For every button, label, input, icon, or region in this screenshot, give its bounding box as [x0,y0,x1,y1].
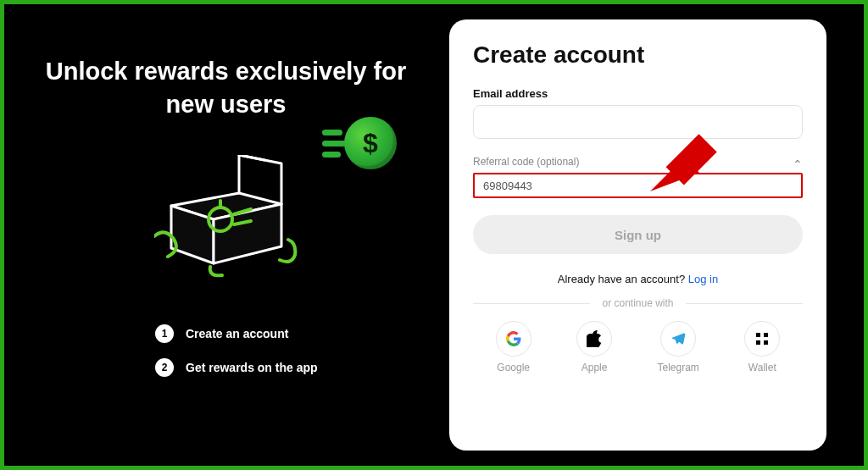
referral-label: Referral code (optional) [473,156,579,168]
step-text: Create an account [186,327,288,340]
app-frame: Unlock rewards exclusively for new users… [0,0,868,470]
signup-button[interactable]: Sign up [473,215,803,254]
step-text: Get rewards on the app [186,361,318,374]
telegram-icon [660,321,696,357]
svg-rect-8 [764,333,768,337]
email-field[interactable] [473,105,803,139]
provider-label: Google [497,362,530,373]
referral-field[interactable] [473,173,803,198]
login-link[interactable]: Log in [688,273,718,285]
gift-illustration [19,155,432,282]
steps-list: 1 Create an account 2 Get rewards on the… [19,324,432,377]
promo-panel: Unlock rewards exclusively for new users… [4,4,448,466]
provider-label: Wallet [748,362,776,373]
form-title: Create account [473,41,803,69]
svg-rect-10 [764,340,768,345]
provider-telegram-button[interactable]: Telegram [658,321,699,373]
step-item: 1 Create an account [155,324,288,343]
already-have-account: Already have an account? Log in [473,273,803,285]
continue-separator: or continue with [473,297,803,309]
svg-line-3 [239,155,264,160]
step-number-badge: 1 [155,324,174,343]
signup-card: Create account Email address Referral co… [449,19,826,451]
svg-rect-9 [756,340,760,345]
google-icon [496,321,531,357]
apple-icon [576,321,612,357]
provider-apple-button[interactable]: Apple [576,321,612,373]
hero-title: Unlock rewards exclusively for new users [19,55,432,121]
step-number-badge: 2 [155,358,174,377]
social-providers: Google Apple Telegram Wallet [473,321,803,373]
provider-label: Telegram [658,362,699,373]
provider-label: Apple [581,362,608,373]
wallet-icon [744,321,780,357]
coin-icon: $ [322,117,397,169]
provider-google-button[interactable]: Google [496,321,531,373]
provider-wallet-button[interactable]: Wallet [744,321,780,373]
chevron-up-icon[interactable]: ⌃ [793,158,803,171]
dollar-icon: $ [363,128,378,159]
step-item: 2 Get rewards on the app [155,358,318,377]
email-label: Email address [473,87,803,100]
svg-rect-7 [756,333,760,337]
